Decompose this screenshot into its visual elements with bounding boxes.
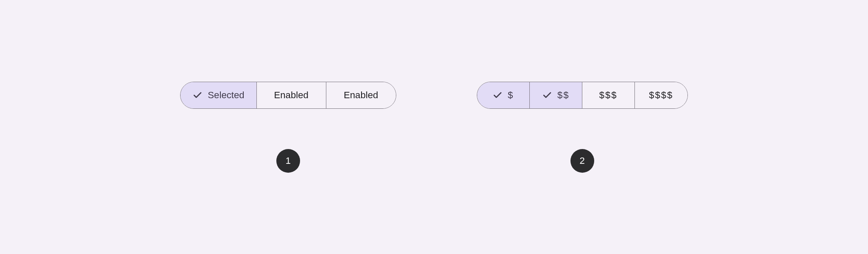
segment-price-2[interactable]: $$: [530, 82, 582, 108]
segment-enabled-2[interactable]: Enabled: [326, 82, 396, 108]
segment-label: Enabled: [274, 90, 308, 101]
badge-label: 1: [286, 155, 291, 166]
example-1: Selected Enabled Enabled 1: [180, 82, 396, 173]
segment-label: $$$$: [649, 90, 673, 101]
number-badge-1: 1: [276, 149, 300, 173]
check-icon: [492, 90, 503, 100]
segment-label: Selected: [208, 90, 244, 101]
segmented-button-group-1: Selected Enabled Enabled: [180, 82, 396, 109]
segment-label: $$: [557, 90, 569, 101]
example-2: $ $$ $$$ $$$$ 2: [477, 82, 688, 173]
segment-label: Enabled: [344, 90, 378, 101]
segment-label: $$$: [599, 90, 618, 101]
segmented-button-group-2: $ $$ $$$ $$$$: [477, 82, 688, 109]
segment-label: $: [508, 90, 514, 101]
segment-price-4[interactable]: $$$$: [635, 82, 687, 108]
number-badge-2: 2: [570, 149, 594, 173]
check-icon: [542, 90, 552, 100]
segment-price-3[interactable]: $$$: [582, 82, 635, 108]
segment-selected[interactable]: Selected: [181, 82, 256, 108]
check-icon: [192, 90, 203, 100]
badge-label: 2: [580, 155, 585, 166]
segment-enabled-1[interactable]: Enabled: [257, 82, 326, 108]
segment-price-1[interactable]: $: [477, 82, 530, 108]
